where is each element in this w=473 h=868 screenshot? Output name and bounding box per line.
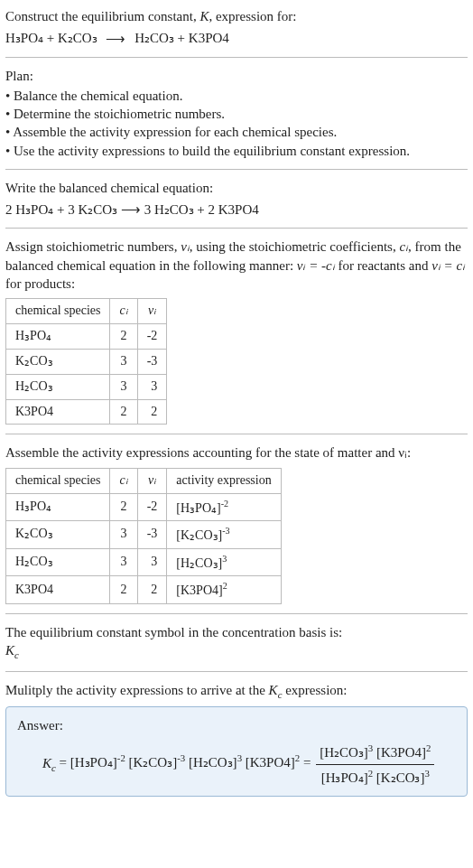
col-species: chemical species xyxy=(6,299,110,324)
kc-symbol: Kc xyxy=(5,641,468,662)
title-k: K xyxy=(199,9,209,23)
header: Construct the equilibrium constant, K, e… xyxy=(5,7,468,48)
fraction: [H₂CO₃]3 [K3PO4]2 [H₃PO₄]2 [K₂CO₃]3 xyxy=(316,742,434,787)
table-header-row: chemical species cᵢ νᵢ xyxy=(6,299,167,324)
divider xyxy=(5,228,468,229)
plan-list: Balance the chemical equation. Determine… xyxy=(5,87,468,160)
kc-symbol-section: The equilibrium constant symbol in the c… xyxy=(5,623,468,662)
table-row: K3PO4 2 2 xyxy=(6,399,167,425)
table-row: K3PO4 2 2 [K3PO4]2 xyxy=(6,576,282,604)
table-row: H₃PO₄ 2 -2 [H₃PO₄]-2 xyxy=(6,493,282,521)
reactant-2: K₂CO₃ xyxy=(58,31,97,45)
col-activity: activity expression xyxy=(167,468,281,493)
reactant-1: H₃PO₄ xyxy=(5,31,43,45)
table-row: K₂CO₃ 3 -3 xyxy=(6,349,167,374)
product-2: K3PO4 xyxy=(189,31,229,45)
fraction-numerator: [H₂CO₃]3 [K3PO4]2 xyxy=(316,742,434,764)
plan-label: Plan: xyxy=(5,67,468,85)
plan-item: Balance the chemical equation. xyxy=(5,87,468,105)
title-suffix: , expression for: xyxy=(209,9,296,23)
title-prefix: Construct the equilibrium constant, xyxy=(5,9,199,23)
product-1: H₂CO₃ xyxy=(134,31,174,45)
answer-box: Answer: Kc = [H₃PO₄]-2 [K₂CO₃]-3 [H₂CO₃]… xyxy=(5,706,468,797)
plan-item: Determine the stoichiometric numbers. xyxy=(5,105,468,123)
multiply-label: Mulitply the activity expressions to arr… xyxy=(5,681,468,702)
col-ci: cᵢ xyxy=(110,468,137,493)
col-species: chemical species xyxy=(6,468,110,493)
balanced-section: Write the balanced chemical equation: 2 … xyxy=(5,179,468,219)
col-ci: cᵢ xyxy=(110,299,137,324)
divider xyxy=(5,434,468,434)
assign-text: Assign stoichiometric numbers, νᵢ, using… xyxy=(5,238,468,293)
activity-section: Assemble the activity expressions accoun… xyxy=(5,443,468,603)
table-row: K₂CO₃ 3 -3 [K₂CO₃]-3 xyxy=(6,521,282,549)
activity-label: Assemble the activity expressions accoun… xyxy=(5,443,468,462)
balanced-equation: 2 H₃PO₄ + 3 K₂CO₃ ⟶ 3 H₂CO₃ + 2 K3PO4 xyxy=(5,201,468,219)
kc-symbol-label: The equilibrium constant symbol in the c… xyxy=(5,623,468,641)
col-nui: νᵢ xyxy=(137,468,167,493)
stoich-table: chemical species cᵢ νᵢ H₃PO₄ 2 -2 K₂CO₃ … xyxy=(5,298,167,425)
plan-item: Assemble the activity expression for eac… xyxy=(5,123,468,141)
fraction-denominator: [H₃PO₄]2 [K₂CO₃]3 xyxy=(316,765,434,787)
table-row: H₂CO₃ 3 3 xyxy=(6,374,167,399)
activity-table: chemical species cᵢ νᵢ activity expressi… xyxy=(5,468,282,604)
col-nui: νᵢ xyxy=(137,299,167,324)
table-header-row: chemical species cᵢ νᵢ activity expressi… xyxy=(6,468,282,493)
divider xyxy=(5,169,468,170)
arrow-icon: ⟶ xyxy=(106,30,125,48)
answer-expression: Kc = [H₃PO₄]-2 [K₂CO₃]-3 [H₂CO₃]3 [K3PO4… xyxy=(17,742,456,787)
divider xyxy=(5,671,468,672)
assign-section: Assign stoichiometric numbers, νᵢ, using… xyxy=(5,238,468,425)
main-equation: H₃PO₄ + K₂CO₃ ⟶ H₂CO₃ + K3PO4 xyxy=(5,29,468,47)
answer-label: Answer: xyxy=(17,716,456,734)
balanced-label: Write the balanced chemical equation: xyxy=(5,179,468,197)
multiply-section: Mulitply the activity expressions to arr… xyxy=(5,681,468,797)
table-row: H₂CO₃ 3 3 [H₂CO₃]3 xyxy=(6,548,282,576)
plan-section: Plan: Balance the chemical equation. Det… xyxy=(5,67,468,160)
plan-item: Use the activity expressions to build th… xyxy=(5,142,468,160)
table-row: H₃PO₄ 2 -2 xyxy=(6,323,167,349)
divider xyxy=(5,613,468,614)
divider xyxy=(5,57,468,58)
